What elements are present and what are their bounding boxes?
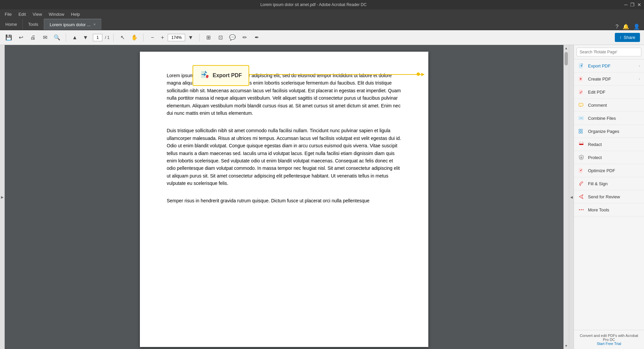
export-pdf-chevron: ›: [639, 64, 640, 68]
fit-page-icon[interactable]: ⊡: [216, 33, 225, 42]
zoom-out-button[interactable]: −: [148, 33, 157, 42]
notifications-icon[interactable]: 🔔: [623, 23, 629, 30]
view-options-icon[interactable]: ⊞: [204, 33, 213, 42]
page-number-input[interactable]: [93, 34, 102, 41]
tool-edit-pdf[interactable]: Edit PDF: [574, 86, 644, 99]
tab-home[interactable]: Home: [0, 19, 23, 30]
comment-icon: [578, 102, 585, 108]
close-button[interactable]: ✕: [637, 2, 641, 7]
search-icon[interactable]: 🔍: [52, 33, 62, 42]
send-review-label: Send for Review: [588, 194, 620, 199]
email-icon[interactable]: ✉: [40, 33, 50, 42]
tool-redact[interactable]: Redact: [574, 138, 644, 151]
svg-rect-7: [579, 116, 581, 120]
menu-help[interactable]: Help: [68, 10, 84, 18]
combine-files-icon: [578, 115, 585, 121]
svg-rect-6: [579, 103, 583, 106]
tooltip-arrow-line: [246, 74, 424, 75]
menu-edit[interactable]: Edit: [15, 10, 29, 18]
redact-icon: [578, 141, 585, 148]
pdf-page: Lorem ipsum dolor sit amet, consectetur …: [140, 52, 428, 347]
organize-pages-label: Organize Pages: [588, 129, 619, 134]
tools-search-input[interactable]: [577, 48, 641, 56]
zoom-dropdown-button[interactable]: ▼: [186, 33, 195, 42]
share-button[interactable]: ↑ Share: [615, 33, 640, 42]
separator-1: [66, 34, 66, 42]
combine-files-label: Combine Files: [588, 116, 616, 121]
tab-close-button[interactable]: ×: [93, 22, 96, 27]
tool-combine-files[interactable]: Combine Files: [574, 112, 644, 125]
zoom-in-button[interactable]: +: [158, 33, 167, 42]
tool-optimize-pdf[interactable]: Optimize PDF: [574, 164, 644, 177]
svg-point-17: [579, 209, 580, 210]
panel-bottom-promo: Convert and edit PDFs with Acrobat Pro D…: [574, 330, 644, 349]
fill-sign-icon: [578, 180, 585, 187]
create-pdf-icon: [578, 76, 585, 82]
svg-point-19: [583, 209, 584, 210]
pdf-viewer-area[interactable]: ↑ Export PDF Lorem ipsum dolor sit amet,…: [5, 45, 564, 349]
svg-rect-9: [579, 129, 581, 131]
vertical-scrollbar[interactable]: ▲ ▼: [564, 45, 569, 349]
menu-file[interactable]: File: [1, 10, 15, 18]
share-toolbar-icon[interactable]: ↩: [16, 33, 25, 42]
export-pdf-icon: [578, 62, 585, 69]
save-icon[interactable]: 💾: [4, 33, 13, 42]
tool-organize-pages[interactable]: Organize Pages: [574, 125, 644, 138]
tool-more-tools[interactable]: More Tools: [574, 203, 644, 216]
scroll-thumb[interactable]: [565, 52, 568, 65]
help-icon[interactable]: ?: [615, 24, 619, 30]
tool-fill-sign[interactable]: Fill & Sign: [574, 177, 644, 190]
draw-tool-icon[interactable]: ✏: [240, 33, 249, 42]
select-tool-icon[interactable]: ↖: [118, 33, 127, 42]
svg-rect-12: [581, 132, 583, 133]
share-icon: ↑: [620, 35, 622, 40]
start-free-trial-link[interactable]: Start Free Trial: [578, 342, 640, 346]
export-pdf-tooltip: ↑ Export PDF: [193, 65, 249, 86]
optimize-pdf-label: Optimize PDF: [588, 168, 615, 173]
pdf-paragraph-2: Duis tristique sollicitudin nibh sit ame…: [167, 127, 401, 187]
share-label: Share: [624, 35, 635, 40]
more-tools-icon: [578, 206, 585, 213]
svg-rect-16: [579, 168, 583, 173]
separator-2: [113, 34, 114, 42]
right-panel-toggle[interactable]: ◀: [569, 45, 574, 349]
menu-window[interactable]: Window: [45, 10, 67, 18]
export-pdf-label: Export PDF: [588, 63, 610, 68]
page-total: / 1: [105, 35, 109, 40]
tab-active-label: Lorem ipsum dolor ...: [50, 22, 91, 27]
tool-send-review[interactable]: Send for Review: [574, 190, 644, 203]
minimize-button[interactable]: ─: [624, 2, 628, 7]
tool-comment[interactable]: Comment: [574, 99, 644, 112]
create-pdf-chevron: ›: [639, 77, 640, 81]
more-tools-label: More Tools: [588, 207, 609, 212]
svg-rect-13: [579, 144, 584, 145]
protect-label: Protect: [588, 155, 602, 160]
restore-button[interactable]: ❐: [630, 2, 635, 7]
tab-active-document[interactable]: Lorem ipsum dolor ... ×: [44, 19, 101, 30]
main-layout: ▶ ↑ Export PDF Lorem ips: [0, 45, 644, 349]
tool-protect[interactable]: Protect: [574, 151, 644, 164]
export-pdf-tooltip-label: Export PDF: [213, 72, 242, 79]
prev-page-button[interactable]: ▲: [70, 33, 79, 42]
comment-tool-icon[interactable]: 💬: [228, 33, 237, 42]
account-icon[interactable]: 👤: [633, 23, 640, 30]
tool-create-pdf[interactable]: Create PDF ›: [574, 72, 644, 86]
hand-tool-icon[interactable]: ✋: [130, 33, 139, 42]
separator-4: [199, 34, 200, 42]
edit-pdf-icon: [578, 89, 585, 95]
menu-view[interactable]: View: [29, 10, 45, 18]
separator-3: [143, 34, 144, 42]
sign-tool-icon[interactable]: ✒: [252, 33, 261, 42]
scroll-up-button[interactable]: ▲: [564, 46, 569, 51]
toolbar: 💾 ↩ 🖨 ✉ 🔍 ▲ ▼ / 1 ↖ ✋ − + ▼ ⊞ ⊡ 💬 ✏ ✒ ↑ …: [0, 30, 644, 45]
redact-label: Redact: [588, 142, 602, 147]
print-icon[interactable]: 🖨: [28, 33, 38, 42]
scroll-down-button[interactable]: ▼: [564, 343, 569, 348]
tab-tools[interactable]: Tools: [23, 19, 44, 30]
tool-export-pdf[interactable]: Export PDF ›: [574, 59, 644, 72]
title-bar: Lorem ipsum dolor sit amet.pdf - Adobe A…: [0, 0, 644, 9]
left-panel-toggle[interactable]: ▶: [0, 45, 5, 349]
next-page-button[interactable]: ▼: [81, 33, 90, 42]
zoom-level-input[interactable]: [168, 34, 185, 41]
fill-sign-label: Fill & Sign: [588, 181, 608, 186]
